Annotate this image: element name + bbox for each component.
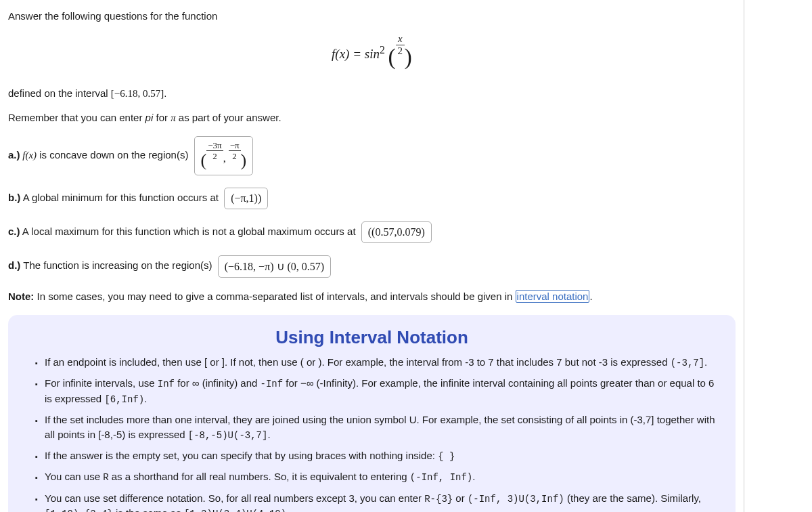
function-formula: f(x) = sin2 (x2)	[8, 34, 736, 70]
problem-page: Answer the following questions for the f…	[0, 0, 744, 512]
question-d: d.) The function is increasing on the re…	[8, 255, 736, 278]
defined-interval: defined on the interval [−6.18, 0.57].	[8, 87, 736, 100]
question-b: b.) A global minimum for this function o…	[8, 188, 736, 209]
question-c: c.) A local maximum for this function wh…	[8, 221, 736, 243]
intro-text: Answer the following questions for the f…	[8, 10, 736, 22]
interval-notation-link[interactable]: interval notation	[516, 290, 590, 303]
panel-bullet-6: You can use set difference notation. So,…	[42, 491, 721, 512]
answer-input-d[interactable]: (−6.18, −π) ∪ (0, 0.57)	[218, 255, 331, 278]
panel-bullet-5: You can use R as a shorthand for all rea…	[42, 469, 721, 484]
panel-list: If an endpoint is included, then use [ o…	[23, 355, 721, 512]
remember-note: Remember that you can enter pi for π as …	[8, 112, 736, 124]
panel-bullet-3: If the set includes more than one interv…	[42, 412, 721, 442]
panel-bullet-2: For infinite intervals, use Inf for ∞ (i…	[42, 376, 721, 406]
answer-input-c[interactable]: ((0.57,0.079)	[361, 221, 432, 243]
answer-input-b[interactable]: (−π,1))	[224, 188, 268, 209]
answer-input-a[interactable]: (−3π2, −π2)	[194, 136, 254, 175]
note-line: Note: In some cases, you may need to giv…	[8, 290, 736, 303]
question-a: a.) f(x) is concave down on the region(s…	[8, 136, 736, 175]
panel-heading: Using Interval Notation	[23, 327, 721, 348]
interval-notation-panel: Using Interval Notation If an endpoint i…	[8, 315, 736, 512]
panel-bullet-1: If an endpoint is included, then use [ o…	[42, 355, 721, 370]
panel-bullet-4: If the answer is the empty set, you can …	[42, 448, 721, 463]
